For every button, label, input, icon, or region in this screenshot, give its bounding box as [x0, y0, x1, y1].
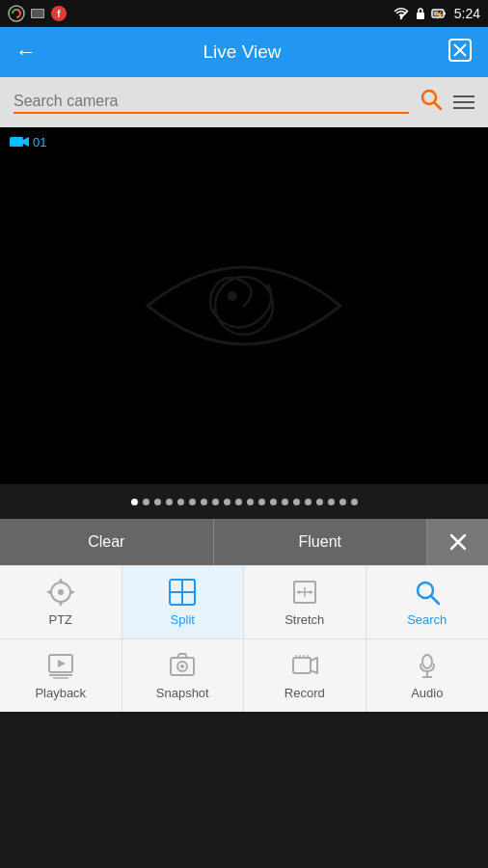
search-button[interactable]: Search: [366, 566, 489, 638]
svg-marker-31: [71, 590, 75, 594]
menu-line-2: [453, 101, 474, 103]
svg-rect-55: [293, 658, 311, 673]
audio-button[interactable]: Audio: [366, 639, 489, 712]
video-area: 01: [0, 127, 488, 484]
split-button[interactable]: Split: [122, 566, 245, 638]
split-label: Split: [171, 612, 195, 627]
dots-bar: [0, 484, 488, 519]
clear-button[interactable]: Clear: [0, 519, 214, 565]
stretch-icon: [290, 578, 319, 607]
dot-3[interactable]: [166, 499, 173, 505]
audio-label: Audio: [411, 686, 443, 700]
svg-marker-29: [46, 590, 50, 594]
svg-marker-56: [311, 658, 317, 673]
close-window-button[interactable]: [444, 34, 476, 71]
ptz-label: PTZ: [48, 612, 72, 627]
svg-text:⚡: ⚡: [435, 10, 445, 19]
svg-point-0: [9, 6, 24, 21]
menu-button[interactable]: [453, 95, 474, 109]
svg-marker-44: [310, 590, 313, 594]
close-icon: [447, 531, 469, 553]
dot-11[interactable]: [258, 499, 265, 505]
toolbar-row-2: Playback Snapshot Record: [0, 638, 488, 712]
battery-icon: ⚡: [431, 7, 447, 20]
search-tool-icon: [413, 578, 442, 607]
menu-line-3: [453, 107, 474, 109]
status-time: 5:24: [454, 6, 480, 21]
dot-10[interactable]: [247, 499, 254, 505]
svg-rect-6: [417, 13, 424, 19]
dot-1[interactable]: [143, 499, 149, 505]
stretch-label: Stretch: [285, 612, 324, 627]
dot-4[interactable]: [177, 499, 184, 505]
app-icon-1: [8, 5, 25, 22]
svg-line-15: [435, 103, 442, 110]
svg-point-54: [180, 665, 184, 668]
status-bar: f ⚡ 5:24: [0, 0, 488, 27]
dot-7[interactable]: [212, 499, 219, 505]
record-label: Record: [285, 686, 325, 700]
svg-line-47: [431, 596, 439, 604]
ptz-button[interactable]: PTZ: [0, 566, 122, 638]
svg-marker-17: [23, 137, 29, 147]
menu-line-1: [453, 95, 474, 97]
status-bar-right-icons: ⚡ 5:24: [393, 6, 480, 21]
svg-point-61: [422, 655, 432, 668]
dot-14[interactable]: [293, 499, 300, 505]
status-bar-left-icons: f: [8, 5, 68, 22]
fluent-button[interactable]: Fluent: [214, 519, 427, 565]
svg-point-23: [58, 589, 64, 595]
dot-0[interactable]: [131, 499, 138, 505]
search-bar-container: [0, 77, 488, 127]
toolbar-row-1: PTZ Split Stretch: [0, 565, 488, 638]
search-icon: [419, 87, 444, 112]
app-icon-2: [29, 5, 46, 22]
dot-9[interactable]: [235, 499, 242, 505]
dot-6[interactable]: [201, 499, 207, 505]
close-window-icon: [447, 38, 473, 63]
search-label: Search: [407, 612, 447, 627]
dot-16[interactable]: [316, 499, 323, 505]
record-button[interactable]: Record: [244, 639, 366, 712]
svg-rect-2: [32, 10, 43, 17]
brand-logo: [128, 248, 360, 364]
search-input[interactable]: [14, 91, 409, 114]
camera-label: 01: [10, 135, 46, 149]
audio-icon: [413, 651, 442, 680]
svg-marker-49: [58, 660, 66, 667]
dot-17[interactable]: [328, 499, 335, 505]
record-icon: [290, 651, 319, 680]
split-icon: [168, 578, 197, 607]
ptz-icon: [46, 578, 75, 607]
dot-13[interactable]: [282, 499, 288, 505]
camera-indicator-icon: [10, 136, 29, 149]
svg-rect-16: [10, 137, 23, 147]
dot-12[interactable]: [270, 499, 277, 505]
back-button[interactable]: ←: [12, 36, 41, 68]
svg-point-19: [228, 291, 237, 301]
dot-2[interactable]: [154, 499, 161, 505]
dot-18[interactable]: [339, 499, 346, 505]
app-icon-3: f: [50, 5, 68, 22]
playback-icon: [46, 651, 75, 680]
svg-marker-25: [59, 578, 63, 582]
action-close-button[interactable]: [426, 519, 488, 565]
svg-point-5: [400, 17, 402, 19]
camera-id: 01: [33, 135, 46, 149]
svg-marker-27: [59, 603, 63, 607]
search-submit-button[interactable]: [419, 87, 444, 118]
snapshot-label: Snapshot: [156, 686, 209, 700]
wifi-icon: [393, 7, 410, 20]
top-bar: ← Live View: [0, 27, 488, 77]
dot-5[interactable]: [189, 499, 196, 505]
svg-marker-45: [296, 590, 300, 594]
dot-19[interactable]: [351, 499, 358, 505]
snapshot-button[interactable]: Snapshot: [122, 639, 245, 712]
dot-15[interactable]: [305, 499, 312, 505]
page-title: Live View: [52, 41, 432, 63]
stretch-button[interactable]: Stretch: [244, 566, 366, 638]
playback-button[interactable]: Playback: [0, 639, 122, 712]
playback-label: Playback: [35, 686, 86, 700]
snapshot-icon: [168, 651, 197, 680]
dot-8[interactable]: [224, 499, 230, 505]
